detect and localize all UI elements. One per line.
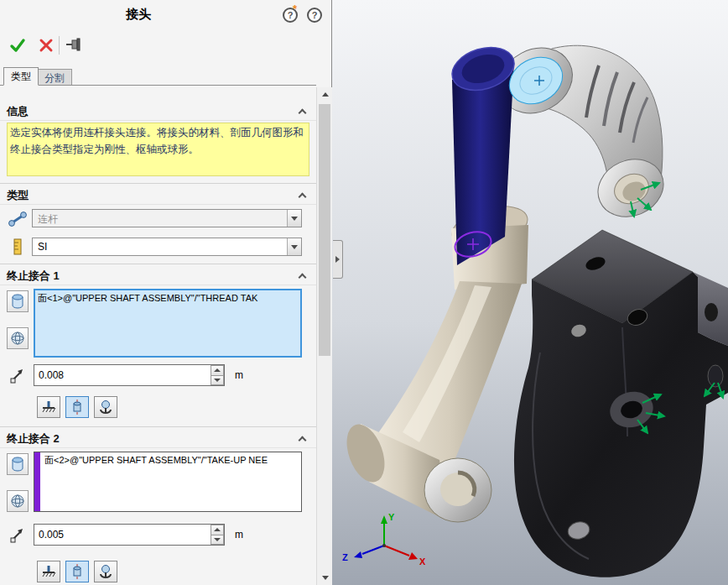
pivot-icon <box>69 564 86 579</box>
joint1-pivot-toggle[interactable] <box>65 396 89 418</box>
graphics-viewport[interactable]: Y X Z <box>332 0 728 585</box>
pin-button[interactable] <box>64 35 84 54</box>
type-section-header: 类型 <box>0 186 316 205</box>
spherical-icon <box>97 400 114 415</box>
spinner-down-button[interactable] <box>211 376 224 386</box>
help-glyph: ? <box>312 10 318 20</box>
scroll-up-icon <box>322 92 329 97</box>
joint1-selection-listbox[interactable]: 面<1>@"UPPER SHAFT ASSEMBLY"/"THREAD TAK <box>34 289 302 358</box>
triad-x-label: X <box>419 556 426 567</box>
panel-scrollbar[interactable] <box>316 87 332 585</box>
section-divider <box>0 426 316 427</box>
spinner-up-button[interactable] <box>211 365 224 376</box>
units-value: SI <box>38 241 47 253</box>
joint2-selection-listbox[interactable]: 面<2>@"UPPER SHAFT ASSEMBLY"/"TAKE-UP NEE <box>34 452 302 512</box>
connector-type-combo[interactable]: 连杆 <box>32 209 302 227</box>
spin-down-icon <box>214 538 221 541</box>
type-header-label: 类型 <box>7 188 29 203</box>
help-icon[interactable]: ? <box>307 8 322 23</box>
property-manager-panel: 接头 ? * ? 类型 分 <box>0 0 332 585</box>
units-icon <box>9 238 26 256</box>
joint2-diameter-input[interactable] <box>34 524 225 546</box>
rigid-icon <box>40 564 57 579</box>
spin-down-icon <box>214 379 221 382</box>
joint2-spherical-toggle[interactable] <box>94 561 117 582</box>
pivot-icon <box>69 400 86 415</box>
diameter-icon <box>7 364 29 386</box>
spinner-up-button[interactable] <box>211 525 224 535</box>
scroll-down-icon <box>322 576 329 580</box>
joint2-unit-label: m <box>235 529 243 541</box>
scroll-up-button[interactable] <box>317 87 333 102</box>
joint2-section-header: 终止接合 2 <box>0 430 316 448</box>
scrollbar-thumb[interactable] <box>319 104 330 356</box>
joint-sphere-icon <box>7 490 29 512</box>
joint1-rigid-toggle[interactable] <box>37 396 60 418</box>
joint2-pivot-toggle[interactable] <box>65 561 89 582</box>
joint-sphere-icon <box>7 327 29 349</box>
joint1-diameter-input[interactable] <box>34 364 225 386</box>
chevron-up-icon <box>298 193 306 201</box>
joint1-collapse-button[interactable] <box>295 270 309 282</box>
dropdown-arrow-icon <box>291 245 298 249</box>
section-divider <box>0 264 316 264</box>
panel-title: 接头 <box>0 7 277 23</box>
panel-flyout-tab[interactable] <box>333 240 343 279</box>
dropdown-arrow-icon <box>291 217 298 221</box>
rigid-icon <box>40 400 57 415</box>
link-connector-icon <box>7 210 29 228</box>
info-message-box: 选定实体将使用连杆接头连接。将接头的材料、剖面几何图形和终止接合类型指定为刚性、… <box>7 123 309 176</box>
cylindrical-face-icon <box>7 453 29 475</box>
joint1-unit-label: m <box>235 369 243 381</box>
info-collapse-button[interactable] <box>295 106 309 118</box>
info-header-label: 信息 <box>7 104 29 119</box>
tab-type[interactable]: 类型 <box>3 67 39 86</box>
pushpin-icon <box>65 37 82 52</box>
model-canvas[interactable]: Y X Z <box>332 0 728 585</box>
joint2-spinner[interactable] <box>211 525 224 545</box>
cancel-button[interactable] <box>35 34 57 56</box>
joint1-selection-item[interactable]: 面<1>@"UPPER SHAFT ASSEMBLY"/"THREAD TAK <box>38 293 257 303</box>
joint1-header-label: 终止接合 1 <box>7 269 60 284</box>
type-collapse-button[interactable] <box>295 190 309 201</box>
joint2-collapse-button[interactable] <box>295 433 309 445</box>
combo-arrow-button[interactable] <box>287 238 301 255</box>
spin-up-icon <box>214 528 221 531</box>
units-combo[interactable]: SI <box>32 238 302 256</box>
triad-y-label: Y <box>388 512 395 522</box>
joint1-section-header: 终止接合 1 <box>0 267 316 285</box>
joint2-selection-color-bar <box>34 452 40 511</box>
info-section-header: 信息 <box>0 102 316 121</box>
joint1-spinner[interactable] <box>211 365 224 385</box>
check-icon <box>9 37 26 54</box>
connector-type-value: 连杆 <box>38 212 58 227</box>
spherical-icon <box>97 564 114 579</box>
x-icon <box>39 38 54 53</box>
combo-arrow-button[interactable] <box>287 210 301 227</box>
spinner-down-button[interactable] <box>211 535 224 546</box>
tab-split[interactable]: 分割 <box>37 69 72 86</box>
diameter-icon <box>7 524 29 546</box>
joint2-header-label: 终止接合 2 <box>7 431 60 447</box>
chevron-up-icon <box>298 436 306 445</box>
ok-button[interactable] <box>7 34 29 56</box>
scroll-down-button[interactable] <box>317 571 333 585</box>
triad-z-label: Z <box>342 552 348 562</box>
solidworks-connector-window: 接头 ? * ? 类型 分 <box>0 0 728 585</box>
cylindrical-face-icon <box>7 290 29 312</box>
joint2-rigid-toggle[interactable] <box>37 561 60 582</box>
help-star-icon: * <box>293 3 297 15</box>
section-divider <box>0 183 316 184</box>
expand-right-icon <box>335 256 340 263</box>
joint1-spherical-toggle[interactable] <box>94 396 117 418</box>
spin-up-icon <box>214 368 221 372</box>
chevron-up-icon <box>298 274 306 282</box>
tab-divider <box>0 85 316 86</box>
toolbar-separator <box>59 36 60 55</box>
chevron-up-icon <box>298 109 306 118</box>
joint2-selection-item[interactable]: 面<2>@"UPPER SHAFT ASSEMBLY"/"TAKE-UP NEE <box>44 455 268 465</box>
